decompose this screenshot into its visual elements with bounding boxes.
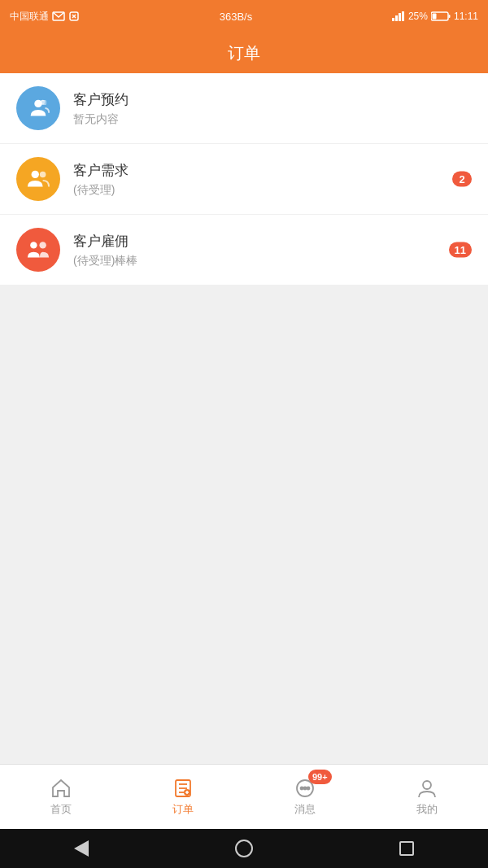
svg-point-17 <box>39 242 46 248</box>
android-recents-button[interactable] <box>390 832 423 865</box>
android-back-button[interactable] <box>65 832 98 865</box>
home-label: 首页 <box>50 802 72 817</box>
carrier-label: 中国联通 <box>10 10 49 24</box>
mine-icon <box>416 778 438 799</box>
hire-badge: 11 <box>449 242 472 258</box>
menu-item-hire[interactable]: 客户雇佣 (待受理)棒棒 11 <box>0 215 488 286</box>
status-bar: 中国联通 363B/s 25% 11:11 <box>0 0 488 33</box>
hire-text: 客户雇佣 (待受理)棒棒 <box>73 232 472 268</box>
nav-item-order[interactable]: 订单 <box>122 765 244 829</box>
order-icon <box>172 778 194 799</box>
needs-title: 客户需求 <box>73 161 472 180</box>
hire-title: 客户雇佣 <box>73 232 472 251</box>
android-home-button[interactable] <box>228 832 260 865</box>
hire-subtitle: (待受理)棒棒 <box>73 254 472 268</box>
order-label: 订单 <box>172 802 194 817</box>
page-title: 订单 <box>228 42 260 64</box>
signal-icon <box>392 11 405 21</box>
hire-icon <box>26 238 50 262</box>
needs-text: 客户需求 (待受理) <box>73 161 472 198</box>
nav-item-message[interactable]: 99+ 消息 <box>244 765 366 829</box>
status-left: 中国联通 <box>10 10 80 24</box>
appointment-text: 客户预约 暂无内容 <box>73 90 472 127</box>
appointment-icon-bg <box>16 86 60 130</box>
needs-icon <box>26 167 50 191</box>
battery-icon <box>431 11 451 21</box>
needs-subtitle: (待受理) <box>73 183 472 198</box>
nav-item-mine[interactable]: 我的 <box>366 765 488 829</box>
battery-label: 25% <box>408 11 428 22</box>
title-bar: 订单 <box>0 33 488 73</box>
svg-point-16 <box>30 242 37 248</box>
email-icon <box>52 11 65 21</box>
menu-list: 客户预约 暂无内容 客户需求 (待受理) 2 <box>0 73 488 286</box>
android-nav-bar <box>0 829 488 868</box>
svg-rect-6 <box>399 13 401 21</box>
menu-item-appointment[interactable]: 客户预约 暂无内容 <box>0 73 488 144</box>
appointment-icon <box>26 96 50 120</box>
svg-point-29 <box>307 787 310 789</box>
status-right: 25% 11:11 <box>392 11 478 22</box>
svg-rect-4 <box>392 18 394 21</box>
menu-item-needs[interactable]: 客户需求 (待受理) 2 <box>0 144 488 215</box>
hire-icon-bg <box>16 228 60 272</box>
svg-point-15 <box>40 172 46 178</box>
nav-item-home[interactable]: 首页 <box>0 765 122 829</box>
svg-rect-5 <box>395 15 398 21</box>
svg-rect-10 <box>432 14 436 20</box>
svg-point-14 <box>32 171 39 178</box>
message-label: 消息 <box>294 802 316 817</box>
appointment-subtitle: 暂无内容 <box>73 112 472 127</box>
mine-label: 我的 <box>416 802 438 817</box>
notification-icon <box>68 11 80 22</box>
message-badge: 99+ <box>308 770 332 784</box>
needs-icon-bg <box>16 157 60 201</box>
svg-rect-7 <box>402 11 404 21</box>
home-icon <box>50 778 72 799</box>
svg-point-27 <box>301 787 303 789</box>
bottom-nav: 首页 订单 99+ 消息 我的 <box>0 764 488 829</box>
appointment-title: 客户预约 <box>73 90 472 109</box>
svg-point-28 <box>304 787 307 789</box>
svg-point-30 <box>423 781 431 789</box>
content-area: 客户预约 暂无内容 客户需求 (待受理) 2 <box>0 73 488 764</box>
svg-rect-9 <box>448 15 450 18</box>
status-speed: 363B/s <box>220 11 252 23</box>
needs-badge: 2 <box>452 172 472 187</box>
time-label: 11:11 <box>454 11 478 22</box>
